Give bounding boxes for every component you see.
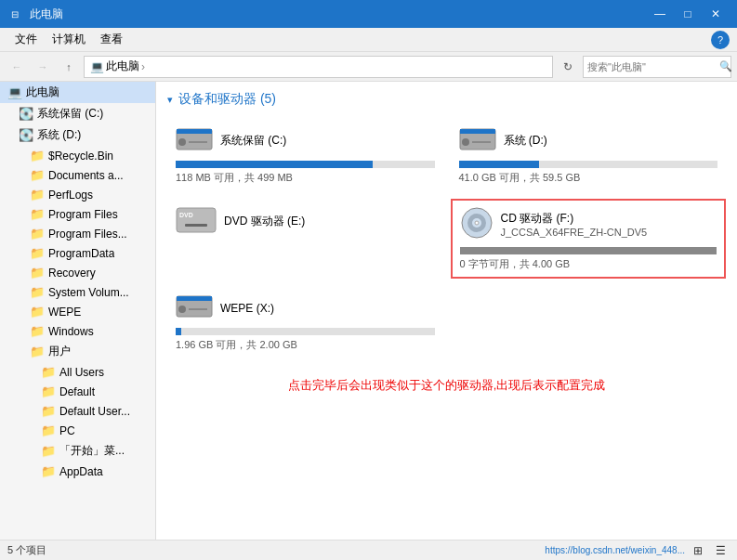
menu-computer[interactable]: 计算机: [45, 29, 93, 50]
drive-size-c: 118 MB 可用，共 499 MB: [176, 171, 435, 185]
drive-name-f: CD 驱动器 (F:): [501, 211, 648, 227]
drive-name-x: WEPE (X:): [220, 302, 274, 315]
sidebar-item-system-volume[interactable]: 📁System Volum...: [0, 282, 155, 302]
sidebar-label-program-files: Program Files: [48, 208, 118, 221]
menu-bar-right: ?: [711, 31, 730, 49]
maximize-button[interactable]: □: [674, 0, 702, 28]
menu-view[interactable]: 查看: [93, 29, 130, 50]
drive-size-d: 41.0 GB 可用，共 59.5 GB: [459, 171, 718, 185]
sidebar-item-programdata[interactable]: 📁ProgramData: [0, 243, 155, 263]
sidebar-label-system-d: 系统 (D:): [37, 127, 81, 143]
progress-bar-bg-x: [176, 328, 435, 335]
sidebar-item-windows[interactable]: 📁Windows: [0, 321, 155, 341]
svg-text:DVD: DVD: [179, 212, 193, 218]
sidebar-icon-this-pc: 💻: [7, 85, 22, 99]
sidebar-label-all-users: All Users: [59, 366, 104, 379]
drive-icon-hdd: [459, 125, 496, 156]
drive-item-x[interactable]: WEPE (X:)1.96 GB 可用，共 2.00 GB: [167, 286, 443, 358]
sidebar-item-perflogs[interactable]: 📁PerfLogs: [0, 185, 155, 204]
sidebar-item-default-user[interactable]: 📁Default User...: [0, 401, 155, 421]
sidebar-item-wepe[interactable]: 📁WEPE: [0, 302, 155, 321]
sidebar-item-start-menu[interactable]: 📁「开始」菜...: [0, 440, 155, 462]
sidebar-item-this-pc[interactable]: 💻此电脑: [0, 82, 155, 103]
view-grid-button[interactable]: ⊞: [689, 541, 707, 560]
drive-item-c[interactable]: 系统保留 (C:)118 MB 可用，共 499 MB: [167, 119, 443, 191]
svg-rect-2: [178, 138, 186, 146]
sidebar-item-recycle-bin[interactable]: 📁$Recycle.Bin: [0, 146, 155, 165]
sidebar-icon-wepe: 📁: [30, 305, 45, 319]
drive-item-f[interactable]: CD 驱动器 (F:)J_CCSA_X64FRE_ZH-CN_DV50 字节可用…: [451, 199, 727, 279]
content-area: ▾ 设备和驱动器 (5) 系统保留 (C:)118 MB 可用，共 499 MB…: [156, 82, 737, 540]
title-bar-controls: — □ ✕: [646, 0, 730, 28]
status-link[interactable]: https://blog.csdn.net/weixin_448...: [545, 545, 685, 555]
drive-icon-cd: [460, 206, 494, 242]
sidebar-item-appdata[interactable]: 📁AppData: [0, 462, 155, 481]
sidebar-item-system-d[interactable]: 💽系统 (D:): [0, 124, 155, 146]
view-list-button[interactable]: ☰: [711, 541, 730, 560]
svg-rect-5: [460, 129, 495, 134]
sidebar-label-start-menu: 「开始」菜...: [59, 443, 125, 459]
sidebar-label-documents: Documents a...: [48, 169, 124, 182]
sidebar-label-system-volume: System Volum...: [48, 286, 129, 299]
section-chevron: ▾: [167, 94, 173, 106]
section-title: ▾ 设备和驱动器 (5): [167, 91, 726, 108]
help-button[interactable]: ?: [711, 31, 730, 49]
svg-rect-16: [177, 296, 212, 301]
sidebar-label-windows: Windows: [48, 325, 94, 338]
sidebar-label-wepe: WEPE: [48, 306, 81, 319]
sidebar-icon-pc: 📁: [41, 423, 56, 437]
close-button[interactable]: ✕: [702, 0, 730, 28]
sidebar-item-users[interactable]: 📁用户: [0, 341, 155, 362]
progress-bar-bg-d: [459, 161, 718, 168]
sidebar-label-recovery: Recovery: [48, 267, 96, 280]
sidebar-label-perflogs: PerfLogs: [48, 189, 93, 202]
sidebar-label-users: 用户: [48, 344, 71, 359]
sidebar-icon-default-user: 📁: [41, 404, 56, 418]
back-button[interactable]: ←: [6, 56, 28, 78]
breadcrumb-bar[interactable]: 💻 此电脑 ›: [84, 56, 553, 78]
address-bar: ← → ↑ 💻 此电脑 › ↻ 🔍: [0, 52, 737, 82]
sidebar-icon-users: 📁: [30, 345, 45, 358]
main-content: 💻此电脑💽系统保留 (C:)💽系统 (D:)📁$Recycle.Bin📁Docu…: [0, 82, 737, 540]
sidebar-label-this-pc: 此电脑: [26, 85, 59, 100]
sidebar-item-recovery[interactable]: 📁Recovery: [0, 263, 155, 282]
progress-bar-fill-d: [459, 161, 539, 168]
breadcrumb-text: 此电脑: [106, 59, 139, 74]
sidebar-icon-windows: 📁: [30, 324, 45, 338]
sidebar-item-program-files-x86[interactable]: 📁Program Files...: [0, 224, 155, 243]
section-title-text: 设备和驱动器 (5): [178, 91, 276, 108]
sidebar-label-program-files-x86: Program Files...: [48, 228, 127, 241]
sidebar-label-default: Default: [59, 385, 95, 398]
sidebar-item-pc[interactable]: 📁PC: [0, 421, 155, 440]
drive-item-e[interactable]: DVD DVD 驱动器 (E:): [167, 199, 443, 279]
window-icon: ⊟: [7, 7, 22, 21]
svg-point-14: [475, 221, 479, 225]
sidebar-icon-system-c: 💽: [19, 107, 33, 121]
sidebar-icon-appdata: 📁: [41, 464, 56, 478]
search-icon[interactable]: 🔍: [719, 60, 732, 72]
refresh-button[interactable]: ↻: [557, 56, 579, 78]
drive-label-f: J_CCSA_X64FRE_ZH-CN_DV5: [501, 227, 648, 238]
sidebar-item-documents[interactable]: 📁Documents a...: [0, 165, 155, 185]
sidebar-icon-program-files-x86: 📁: [30, 227, 45, 241]
svg-rect-3: [189, 141, 207, 143]
sidebar: 💻此电脑💽系统保留 (C:)💽系统 (D:)📁$Recycle.Bin📁Docu…: [0, 82, 156, 540]
svg-rect-18: [189, 308, 207, 310]
title-bar-icons: ⊟: [7, 7, 22, 21]
up-button[interactable]: ↑: [58, 56, 80, 78]
menu-file[interactable]: 文件: [7, 29, 45, 50]
status-right: https://blog.csdn.net/weixin_448... ⊞ ☰: [545, 541, 730, 560]
sidebar-item-program-files[interactable]: 📁Program Files: [0, 204, 155, 224]
sidebar-item-system-c[interactable]: 💽系统保留 (C:): [0, 103, 155, 124]
title-bar: ⊟ 此电脑 — □ ✕: [0, 0, 737, 28]
forward-button[interactable]: →: [32, 56, 54, 78]
minimize-button[interactable]: —: [646, 0, 674, 28]
progress-bar-fill-c: [176, 161, 373, 168]
drive-icon-dvd: DVD: [176, 205, 217, 238]
drives-grid: 系统保留 (C:)118 MB 可用，共 499 MB 系统 (D:)41.0 …: [167, 119, 726, 358]
sidebar-item-all-users[interactable]: 📁All Users: [0, 362, 155, 382]
sidebar-item-default[interactable]: 📁Default: [0, 382, 155, 401]
search-input[interactable]: [587, 61, 716, 72]
drive-item-d[interactable]: 系统 (D:)41.0 GB 可用，共 59.5 GB: [451, 119, 727, 191]
svg-rect-7: [472, 141, 491, 143]
